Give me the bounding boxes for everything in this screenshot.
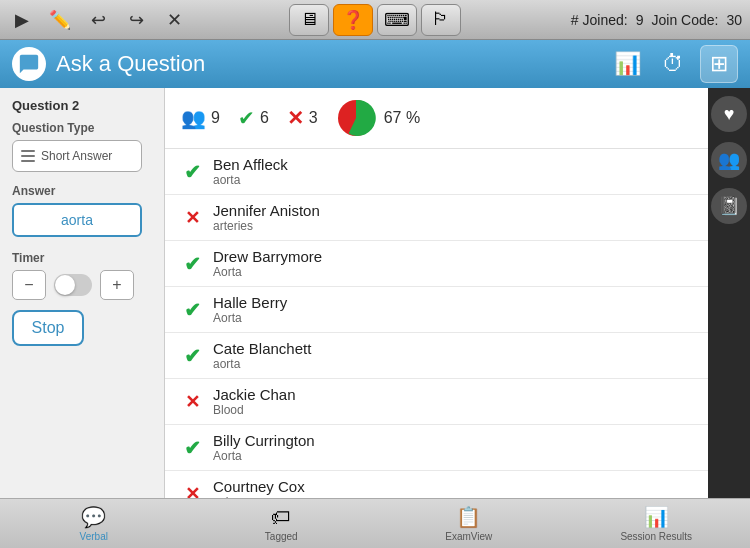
student-name: Jackie Chan: [213, 386, 692, 403]
student-name: Billy Currington: [213, 432, 692, 449]
correct-icon: ✔: [181, 437, 203, 459]
student-row: ✔ Billy Currington Aorta: [165, 425, 708, 471]
incorrect-icon: ✕: [181, 207, 203, 229]
student-answer: arteries: [213, 219, 692, 233]
timer-controls: − +: [12, 270, 152, 300]
header-right-icons: 📊 ⏱ ⊞: [608, 45, 738, 83]
correct-icon: ✔: [181, 299, 203, 321]
far-right-sidebar: ♥ 👥 📓: [708, 88, 750, 498]
lines-icon: [21, 150, 35, 162]
student-row: ✔ Drew Barrymore Aorta: [165, 241, 708, 287]
student-row: ✔ Cate Blanchett aorta: [165, 333, 708, 379]
notebook-icon-btn[interactable]: 📓: [711, 188, 747, 224]
incorrect-icon: ✕: [181, 391, 203, 413]
toolbar-center: 🖥 ❓ ⌨ 🏳: [289, 4, 461, 36]
incorrect-stat: ✕ 3: [287, 106, 318, 130]
student-name: Courtney Cox: [213, 478, 692, 495]
student-info: Jackie Chan Blood: [213, 386, 692, 417]
tab-session-results[interactable]: 📊 Session Results: [563, 505, 751, 542]
correct-icon: ✔: [181, 161, 203, 183]
incorrect-x-icon: ✕: [287, 106, 304, 130]
student-name: Halle Berry: [213, 294, 692, 311]
timer-minus-button[interactable]: −: [12, 270, 46, 300]
student-row: ✔ Ben Affleck aorta: [165, 149, 708, 195]
join-code-value: 30: [726, 12, 742, 28]
question-icon-btn[interactable]: ❓: [333, 4, 373, 36]
question-type-value: Short Answer: [41, 149, 112, 163]
student-info: Ben Affleck aorta: [213, 156, 692, 187]
student-info: Billy Currington Aorta: [213, 432, 692, 463]
person-group-icon: 👥: [181, 106, 206, 130]
grid-icon-btn[interactable]: ⊞: [700, 45, 738, 83]
timer-icon-btn[interactable]: ⏱: [654, 45, 692, 83]
student-name: Drew Barrymore: [213, 248, 692, 265]
pencil-icon[interactable]: ✏️: [46, 6, 74, 34]
student-name: Ben Affleck: [213, 156, 692, 173]
tab-icon: 📊: [644, 505, 669, 529]
left-panel: Question 2 Question Type Short Answer An…: [0, 88, 165, 498]
pie-chart: [336, 98, 376, 138]
heart-icon-btn[interactable]: ♥: [711, 96, 747, 132]
tab-label: Session Results: [620, 531, 692, 542]
student-row: ✔ Halle Berry Aorta: [165, 287, 708, 333]
header: Ask a Question 📊 ⏱ ⊞: [0, 40, 750, 88]
bar-chart-icon-btn[interactable]: 📊: [608, 45, 646, 83]
tab-label: Verbal: [80, 531, 108, 542]
student-answer: aorta: [213, 357, 692, 371]
pie-chart-container: 67 %: [336, 98, 420, 138]
student-info: Jennifer Aniston arteries: [213, 202, 692, 233]
tab-label: Tagged: [265, 531, 298, 542]
timer-plus-button[interactable]: +: [100, 270, 134, 300]
tab-icon: 🏷: [271, 506, 291, 529]
timer-section: Timer − +: [12, 251, 152, 300]
student-row: ✕ Jackie Chan Blood: [165, 379, 708, 425]
stop-button[interactable]: Stop: [12, 310, 84, 346]
joined-count: 9: [636, 12, 644, 28]
student-list: ✔ Ben Affleck aorta ✕ Jennifer Aniston a…: [165, 149, 708, 498]
correct-stat: ✔ 6: [238, 106, 269, 130]
answer-section-label: Answer: [12, 184, 152, 198]
stats-row: 👥 9 ✔ 6 ✕ 3 67 %: [165, 88, 708, 149]
question-type-selector[interactable]: Short Answer: [12, 140, 142, 172]
question-type-label: Question Type: [12, 121, 152, 135]
answer-value[interactable]: aorta: [12, 203, 142, 237]
correct-icon: ✔: [181, 253, 203, 275]
joined-stat: 👥 9: [181, 106, 220, 130]
toolbar-right: # Joined: 9 Join Code: 30: [461, 12, 742, 28]
redo-icon[interactable]: ↪: [122, 6, 150, 34]
joined-label: # Joined:: [571, 12, 628, 28]
student-info: Courtney Cox vein: [213, 478, 692, 498]
tab-icon: 💬: [81, 505, 106, 529]
tab-verbal[interactable]: 💬 Verbal: [0, 505, 188, 542]
people-icon-btn[interactable]: 👥: [711, 142, 747, 178]
incorrect-stat-value: 3: [309, 109, 318, 127]
tab-tagged[interactable]: 🏷 Tagged: [188, 506, 376, 542]
tab-examview[interactable]: 📋 ExamView: [375, 505, 563, 542]
delete-icon[interactable]: ✕: [160, 6, 188, 34]
chat-bubble-icon: [12, 47, 46, 81]
timer-toggle[interactable]: [54, 274, 92, 296]
incorrect-icon: ✕: [181, 483, 203, 499]
joined-stat-value: 9: [211, 109, 220, 127]
percent-stat-value: 67 %: [384, 109, 420, 127]
correct-stat-value: 6: [260, 109, 269, 127]
tab-label: ExamView: [445, 531, 492, 542]
student-name: Cate Blanchett: [213, 340, 692, 357]
student-answer: Aorta: [213, 311, 692, 325]
right-panel: 👥 9 ✔ 6 ✕ 3 67 % ✔ Ben Affleck: [165, 88, 708, 498]
top-toolbar: ▶ ✏️ ↩ ↪ ✕ 🖥 ❓ ⌨ 🏳 # Joined: 9 Join Code…: [0, 0, 750, 40]
toolbar-icons-left: ▶ ✏️ ↩ ↪ ✕: [8, 6, 289, 34]
timer-toggle-knob: [55, 275, 75, 295]
student-answer: vein: [213, 495, 692, 498]
join-code-label: Join Code:: [651, 12, 718, 28]
flag-icon-btn[interactable]: 🏳: [421, 4, 461, 36]
monitor-icon-btn[interactable]: 🖥: [289, 4, 329, 36]
student-name: Jennifer Aniston: [213, 202, 692, 219]
student-answer: Aorta: [213, 265, 692, 279]
cursor-icon[interactable]: ▶: [8, 6, 36, 34]
student-answer: aorta: [213, 173, 692, 187]
keyboard-icon-btn[interactable]: ⌨: [377, 4, 417, 36]
student-answer: Blood: [213, 403, 692, 417]
undo-icon[interactable]: ↩: [84, 6, 112, 34]
timer-label: Timer: [12, 251, 152, 265]
